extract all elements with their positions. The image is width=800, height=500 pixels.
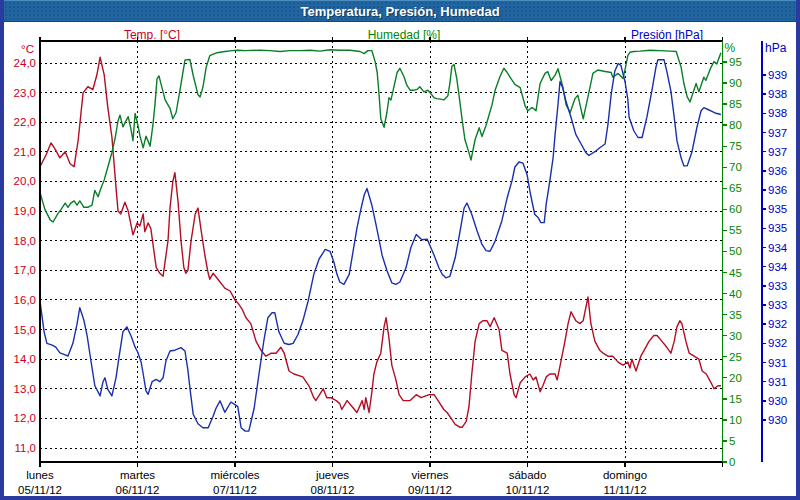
humidity-tick-label: 95 xyxy=(729,56,742,68)
pressure-tick-label: 937 xyxy=(768,127,787,139)
humidity-series xyxy=(40,50,721,222)
pressure-tick-label: 936 xyxy=(768,184,787,196)
day-name-label: miércoles xyxy=(210,469,259,481)
temperature-tick-label: 13,0 xyxy=(14,383,36,395)
day-date-label: 10/11/12 xyxy=(506,484,550,496)
pressure-tick-label: 930 xyxy=(768,414,787,426)
day-date-label: 06/11/12 xyxy=(116,484,160,496)
day-date-label: 08/11/12 xyxy=(311,484,355,496)
pressure-tick-label: 930 xyxy=(768,395,787,407)
temperature-tick-label: 16,0 xyxy=(14,294,36,306)
pressure-tick-label: 938 xyxy=(768,107,787,119)
humidity-tick-label: 50 xyxy=(729,245,742,257)
humidity-tick-label: 60 xyxy=(729,203,742,215)
pressure-tick-label: 935 xyxy=(768,222,787,234)
pressure-unit-label: hPa xyxy=(765,41,787,55)
humidity-tick-label: 20 xyxy=(729,372,742,384)
temperature-tick-label: 12,0 xyxy=(14,412,36,424)
pressure-tick-label: 932 xyxy=(768,337,787,349)
pressure-tick-label: 934 xyxy=(768,242,788,254)
humidity-tick-label: 0 xyxy=(729,456,735,468)
pressure-tick-label: 937 xyxy=(768,146,787,158)
humidity-tick-label: 35 xyxy=(729,309,742,321)
day-labels: lunes05/11/12martes06/11/12miércoles07/1… xyxy=(18,469,647,496)
temperature-unit-label: °C xyxy=(21,43,34,55)
day-name-label: sábado xyxy=(509,469,547,481)
day-date-label: 11/11/12 xyxy=(603,484,646,496)
pressure-tick-label: 933 xyxy=(768,280,787,292)
humidity-tick-label: 85 xyxy=(729,98,742,110)
humidity-tick-label: 30 xyxy=(729,330,742,342)
humidity-tick-label: 70 xyxy=(729,161,742,173)
humidity-tick-label: 5 xyxy=(729,435,735,447)
temperature-tick-label: 21,0 xyxy=(14,146,36,158)
temperature-tick-label: 17,0 xyxy=(14,264,36,276)
humidity-tick-label: 45 xyxy=(729,267,742,279)
humidity-tick-label: 10 xyxy=(729,414,742,426)
temperature-tick-label: 24,0 xyxy=(14,57,36,69)
day-date-label: 07/11/12 xyxy=(213,484,257,496)
humidity-tick-label: 90 xyxy=(729,77,742,89)
pressure-tick-label: 931 xyxy=(768,357,787,369)
temperature-tick-label: 18,0 xyxy=(14,235,36,247)
chart-canvas: 24,023,022,021,020,019,018,017,016,015,0… xyxy=(0,0,800,500)
pressure-tick-label: 936 xyxy=(768,165,787,177)
humidity-tick-label: 25 xyxy=(729,351,742,363)
humidity-tick-label: 40 xyxy=(729,288,742,300)
humidity-tick-label: 80 xyxy=(729,119,742,131)
temperature-tick-label: 15,0 xyxy=(14,324,36,336)
pressure-tick-label: 935 xyxy=(768,203,787,215)
humidity-tick-label: 65 xyxy=(729,182,742,194)
humidity-tick-label: 75 xyxy=(729,140,742,152)
temperature-tick-label: 22,0 xyxy=(14,116,36,128)
day-date-label: 09/11/12 xyxy=(408,484,452,496)
temperature-tick-label: 11,0 xyxy=(14,442,36,454)
temperature-axis-labels: 24,023,022,021,020,019,018,017,016,015,0… xyxy=(14,43,36,454)
pressure-tick-label: 931 xyxy=(768,376,787,388)
weather-chart-window: Temperatura, Presión, Humedad Temp. [°C]… xyxy=(0,0,800,500)
temperature-tick-label: 20,0 xyxy=(14,175,36,187)
day-name-label: lunes xyxy=(26,469,54,481)
pressure-tick-label: 939 xyxy=(768,69,787,81)
humidity-tick-label: 55 xyxy=(729,224,742,236)
day-name-label: viernes xyxy=(411,469,448,481)
pressure-axis: 9399389389379379369369359359349349339339… xyxy=(762,41,788,462)
pressure-tick-label: 934 xyxy=(768,261,788,273)
humidity-tick-label: 15 xyxy=(729,393,742,405)
humidity-unit-label: % xyxy=(725,41,736,55)
day-date-label: 05/11/12 xyxy=(18,484,62,496)
day-name-label: jueves xyxy=(315,469,349,481)
pressure-tick-label: 933 xyxy=(768,299,787,311)
temperature-tick-label: 19,0 xyxy=(14,205,36,217)
temperature-tick-label: 14,0 xyxy=(14,353,36,365)
pressure-tick-label: 932 xyxy=(768,318,787,330)
day-name-label: martes xyxy=(120,469,155,481)
temperature-tick-label: 23,0 xyxy=(14,87,36,99)
day-name-label: domingo xyxy=(603,469,647,481)
pressure-tick-label: 938 xyxy=(768,88,787,100)
humidity-axis: 95908580757065605550454035302520151050% xyxy=(723,41,742,468)
